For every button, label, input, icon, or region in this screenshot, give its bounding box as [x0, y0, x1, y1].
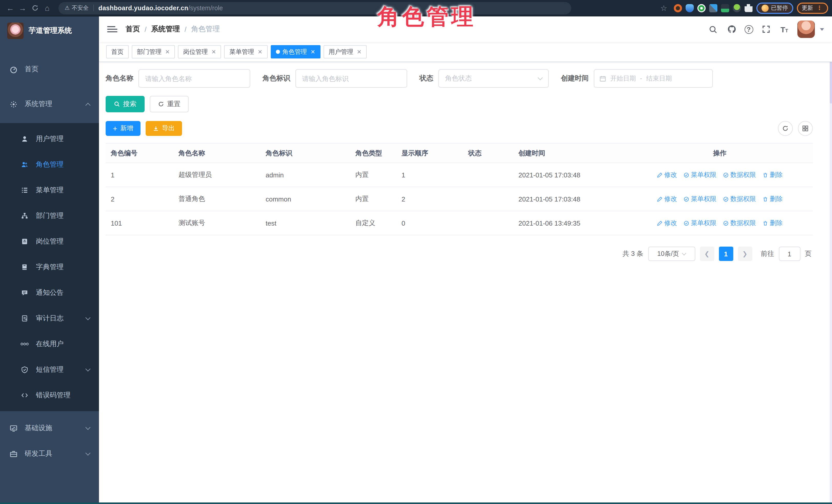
- table-header-row: 角色编号 角色名称 角色标识 角色类型 显示顺序 状态 创建时间 操作: [106, 143, 812, 163]
- sidebar-group-system[interactable]: 系统管理: [0, 91, 99, 117]
- devtools-icon: [9, 450, 18, 458]
- sidebar-menu: 首页 系统管理 用户管理: [0, 45, 99, 504]
- page-scrollbar[interactable]: [829, 17, 832, 504]
- puzzle-icon[interactable]: [744, 4, 753, 12]
- table-row: 2 普通角色 common 内置 2 2021-01-05 17:03:48 修…: [106, 187, 812, 211]
- font-size-icon[interactable]: TT: [779, 24, 790, 35]
- role-name-input[interactable]: [138, 69, 250, 88]
- sidebar-collapse-icon[interactable]: [107, 24, 118, 34]
- sidebar-item-home[interactable]: 首页: [0, 56, 99, 82]
- sidebar-item-roles[interactable]: 角色管理: [0, 152, 99, 178]
- sidebar-group-devtools[interactable]: 研发工具: [0, 441, 99, 467]
- extension-icon-green-circle[interactable]: [697, 4, 705, 12]
- security-label: 不安全: [72, 4, 89, 12]
- browser-forward-icon[interactable]: →: [17, 2, 29, 14]
- warning-icon: ⚠: [64, 5, 70, 11]
- sidebar-item-departments[interactable]: 部门管理: [0, 203, 99, 229]
- table-row: 1 超级管理员 admin 内置 1 2021-01-05 17:03:48 修…: [106, 163, 812, 187]
- bookmark-star-icon[interactable]: ☆: [658, 2, 670, 14]
- plus-icon: +: [113, 125, 118, 132]
- column-settings-button[interactable]: [798, 121, 812, 136]
- select-chevron-down-icon: [538, 75, 543, 80]
- github-icon[interactable]: [726, 24, 737, 35]
- data-permission-link[interactable]: 数据权限: [723, 170, 756, 179]
- edit-link[interactable]: 修改: [657, 194, 677, 203]
- sidebar-item-users[interactable]: 用户管理: [0, 126, 99, 152]
- select-chevron-down-icon: [682, 251, 686, 256]
- search-icon[interactable]: [707, 24, 719, 35]
- sidebar-item-dict[interactable]: 字典管理: [0, 254, 99, 280]
- breadcrumb-system[interactable]: 系统管理: [151, 25, 180, 34]
- url-path: /system/role: [188, 4, 223, 11]
- menu-permission-link[interactable]: 菜单权限: [684, 170, 717, 179]
- role-key-input[interactable]: [295, 69, 407, 88]
- sidebar-group-sms[interactable]: 短信管理: [0, 357, 99, 382]
- tab-posts[interactable]: 岗位管理✕: [178, 45, 221, 58]
- delete-link[interactable]: 删除: [763, 170, 783, 179]
- avatar-caret-down-icon[interactable]: [820, 28, 824, 30]
- page-content: 角色名称 角色标识 状态 角色状态 创建时间 开始日期 - 结束日期: [99, 62, 832, 504]
- edit-link[interactable]: 修改: [657, 219, 677, 228]
- browser-update-button[interactable]: 更新 ⋮: [797, 2, 828, 14]
- close-icon[interactable]: ✕: [258, 49, 262, 55]
- search-button[interactable]: 搜索: [106, 96, 145, 112]
- edit-icon: [657, 220, 663, 226]
- active-tab-dot: [276, 50, 280, 54]
- data-permission-link[interactable]: 数据权限: [723, 194, 756, 203]
- menu-permission-link[interactable]: 菜单权限: [684, 194, 717, 203]
- browser-reload-icon[interactable]: [29, 2, 41, 14]
- delete-link[interactable]: 删除: [763, 219, 783, 228]
- extension-icon-blue-drop[interactable]: [685, 4, 694, 12]
- browser-menu-icon[interactable]: ⋮: [816, 5, 823, 11]
- sidebar-item-menus[interactable]: 菜单管理: [0, 178, 99, 203]
- app-logo-row[interactable]: 芋道管理系统: [0, 17, 99, 45]
- sidebar-item-online-users[interactable]: 在线用户: [0, 331, 99, 357]
- close-icon[interactable]: ✕: [311, 49, 315, 55]
- prev-page-button[interactable]: ❮: [700, 247, 714, 261]
- chevron-down-icon: [85, 315, 90, 320]
- browser-back-icon[interactable]: ←: [4, 2, 17, 14]
- create-time-range-picker[interactable]: 开始日期 - 结束日期: [594, 69, 713, 88]
- data-permission-link[interactable]: 数据权限: [723, 219, 756, 228]
- extension-icon-on-badge[interactable]: [721, 4, 729, 12]
- next-page-button[interactable]: ❯: [738, 247, 752, 261]
- navbar-actions: ? TT: [707, 21, 824, 38]
- menu-permission-link[interactable]: 菜单权限: [684, 219, 717, 228]
- goto-page-input[interactable]: [779, 247, 800, 261]
- status-select[interactable]: 角色状态: [438, 69, 549, 88]
- edit-link[interactable]: 修改: [657, 170, 677, 179]
- sidebar-item-error-codes[interactable]: 错误码管理: [0, 382, 99, 408]
- tab-roles-active[interactable]: 角色管理✕: [270, 45, 320, 58]
- export-button[interactable]: 导出: [146, 121, 182, 136]
- sidebar-item-announcements[interactable]: 通知公告: [0, 280, 99, 306]
- refresh-table-button[interactable]: [778, 121, 792, 136]
- docs-help-icon[interactable]: ?: [744, 25, 753, 33]
- tab-departments[interactable]: 部门管理✕: [132, 45, 175, 58]
- extension-icon-green-bot[interactable]: [732, 4, 741, 12]
- profile-paused-badge[interactable]: 已暂停: [756, 2, 793, 14]
- add-button[interactable]: + 新增: [106, 121, 140, 136]
- extension-icon-blue-grid[interactable]: [709, 4, 717, 12]
- sidebar-group-audit-log[interactable]: 审计日志: [0, 306, 99, 331]
- security-warning[interactable]: ⚠ 不安全: [64, 4, 89, 12]
- reset-button[interactable]: 重置: [150, 96, 189, 112]
- extension-icon-orange[interactable]: [674, 4, 682, 12]
- close-icon[interactable]: ✕: [211, 49, 216, 55]
- sidebar-item-posts[interactable]: 岗位管理: [0, 229, 99, 254]
- delete-link[interactable]: 删除: [763, 194, 783, 203]
- current-page-button[interactable]: 1: [719, 247, 733, 261]
- sidebar-group-infrastructure[interactable]: 基础设施: [0, 415, 99, 441]
- page-size-select[interactable]: 10条/页: [648, 247, 695, 261]
- search-icon: [114, 101, 120, 107]
- tab-users[interactable]: 用户管理✕: [323, 45, 367, 58]
- close-icon[interactable]: ✕: [357, 49, 362, 55]
- breadcrumb-home[interactable]: 首页: [126, 25, 140, 34]
- app-logo: [7, 23, 24, 39]
- browser-home-icon[interactable]: ⌂: [41, 2, 53, 14]
- user-avatar[interactable]: [797, 21, 814, 38]
- address-bar[interactable]: ⚠ 不安全 dashboard.yudao.iocoder.cn/system/…: [58, 2, 571, 14]
- fullscreen-icon[interactable]: [760, 24, 772, 35]
- tab-home[interactable]: 首页: [106, 45, 129, 58]
- close-icon[interactable]: ✕: [165, 49, 170, 55]
- tab-menus[interactable]: 菜单管理✕: [224, 45, 267, 58]
